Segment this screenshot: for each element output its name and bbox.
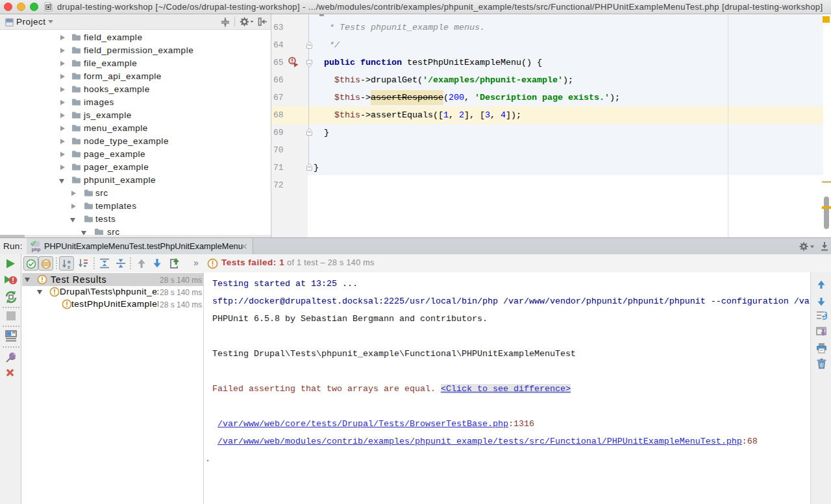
svg-text:z: z	[68, 264, 70, 269]
svg-text:php: php	[32, 246, 41, 252]
